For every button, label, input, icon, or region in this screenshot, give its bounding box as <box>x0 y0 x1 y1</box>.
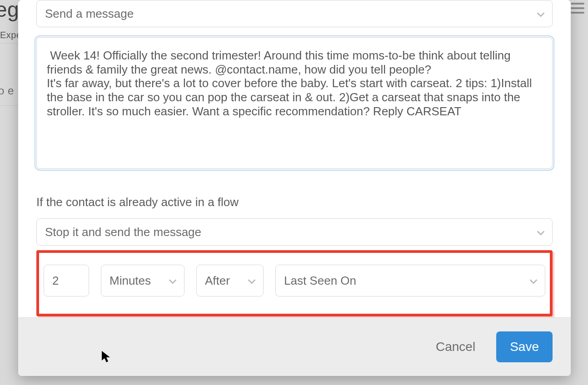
cancel-button[interactable]: Cancel <box>433 339 478 355</box>
bg-text-fragment-2: o e <box>0 84 14 97</box>
trigger-editor-modal: Send a message Week 14! Officially the s… <box>18 0 571 376</box>
menu-icon[interactable] <box>571 3 584 14</box>
timing-unit-select[interactable]: Minutes <box>101 265 184 296</box>
flow-section-label: If the contact is already active in a fl… <box>36 195 553 209</box>
timing-anchor-select[interactable]: Last Seen On <box>275 265 545 296</box>
timing-unit-label: Minutes <box>110 274 151 288</box>
action-type-select[interactable]: Send a message <box>36 0 553 27</box>
chevron-down-icon <box>247 276 257 286</box>
message-textarea[interactable]: Week 14! Officially the second trimester… <box>36 37 553 169</box>
flow-conflict-select[interactable]: Stop it and send the message <box>36 218 553 246</box>
bg-rule <box>0 105 19 106</box>
timing-amount-input[interactable] <box>44 265 89 296</box>
timing-anchor-label: Last Seen On <box>284 274 356 288</box>
chevron-down-icon <box>528 276 538 286</box>
action-type-label: Send a message <box>45 7 134 21</box>
mouse-cursor-icon <box>101 350 111 363</box>
bg-rule <box>0 43 20 44</box>
timing-row-highlight: Minutes After Last Seen On <box>36 250 553 316</box>
bg-title-fragment: eg <box>0 0 19 22</box>
modal-body: Send a message Week 14! Officially the s… <box>18 0 571 317</box>
chevron-down-icon <box>536 9 546 19</box>
save-button[interactable]: Save <box>496 331 553 362</box>
flow-conflict-label: Stop it and send the message <box>45 225 201 239</box>
chevron-down-icon <box>168 276 178 286</box>
timing-relation-select[interactable]: After <box>196 265 264 296</box>
modal-footer: Cancel Save <box>18 317 571 376</box>
chevron-down-icon <box>536 227 546 237</box>
timing-relation-label: After <box>205 274 230 288</box>
